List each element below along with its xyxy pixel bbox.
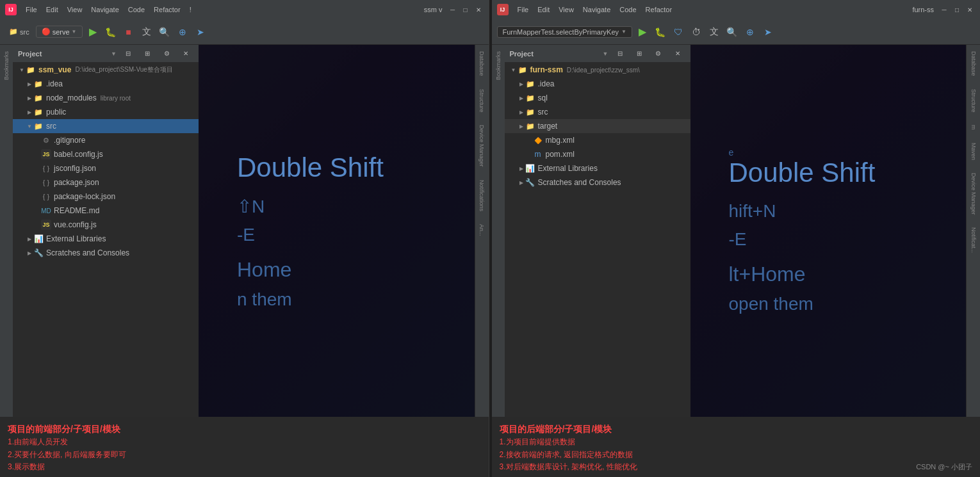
r-tree-scratches[interactable]: 🔧 Scratches and Consoles: [505, 175, 690, 190]
r-menu-navigate[interactable]: Navigate: [579, 4, 614, 15]
r-tree-target[interactable]: 📁 target: [505, 119, 690, 133]
left-editor-area: Double Shift ⇧N -E Home n them: [199, 45, 475, 417]
left-window-title: ssm v: [424, 6, 443, 13]
right-menu-bar: File Edit View Navigate Code Refactor: [514, 4, 676, 15]
r-close-button[interactable]: ✕: [965, 4, 975, 15]
database-tab-left[interactable]: Database: [477, 45, 487, 83]
tree-babel-config[interactable]: JS babel.config.js: [13, 147, 199, 161]
project-settings-btn[interactable]: ⚙: [159, 46, 174, 61]
tree-gitignore[interactable]: ⚙ .gitignore: [13, 133, 199, 147]
right-window-title: furn-ss: [912, 6, 934, 13]
r-tree-sql[interactable]: 📁 sql: [505, 91, 690, 105]
bookmarks-tab[interactable]: Bookmarks: [1, 45, 12, 86]
project-close-btn[interactable]: ✕: [178, 46, 193, 61]
r-expand-all-btn[interactable]: ⊞: [632, 46, 647, 61]
tree-idea[interactable]: 📁 .idea: [13, 77, 199, 91]
device-manager-tab-right[interactable]: Device Manager: [968, 166, 979, 222]
tree-vue-config[interactable]: JS vue.config.js: [13, 218, 199, 232]
r-tree-external-libs[interactable]: 📊 External Libraries: [505, 161, 690, 175]
menu-edit[interactable]: Edit: [42, 4, 62, 15]
r-run-button[interactable]: ▶: [635, 24, 650, 40]
maven-tab-right[interactable]: Maven: [968, 136, 979, 166]
m-tab-right[interactable]: m: [968, 118, 979, 136]
left-annotation-line1: 1.由前端人员开发: [8, 436, 481, 448]
r-menu-view[interactable]: View: [555, 4, 578, 15]
r-project-settings-btn[interactable]: ⚙: [651, 46, 666, 61]
menu-file[interactable]: File: [22, 4, 41, 15]
menu-navigate[interactable]: Navigate: [87, 4, 122, 15]
r-timer-button[interactable]: ⏱: [689, 24, 704, 40]
notifications-tab-left[interactable]: Notifications: [477, 174, 487, 218]
r-project-close-btn[interactable]: ✕: [670, 46, 685, 61]
r-tree-root-furn-ssm[interactable]: 📁 furn-ssm D:\idea_project\zzw_ssm\: [505, 63, 690, 77]
notificat-tab-right[interactable]: Notificat...: [968, 221, 979, 259]
left-annotation: 项目的前端部分/子项目/模块 1.由前端人员开发 2.买要什么数据, 向后端服务…: [0, 417, 489, 477]
structure-tab-left[interactable]: Structure: [477, 83, 487, 119]
r-bookmarks-tab[interactable]: Bookmarks: [493, 45, 503, 86]
r-tree-pom-xml[interactable]: m pom.xml: [505, 147, 690, 161]
maximize-button[interactable]: □: [461, 4, 471, 15]
tree-src[interactable]: 📁 src: [13, 119, 199, 133]
r-menu-refactor[interactable]: Refactor: [642, 4, 676, 15]
tree-package-json[interactable]: { } package.json: [13, 175, 199, 190]
left-annotation-line2: 2.买要什么数据, 向后端服务要即可: [8, 449, 481, 461]
nav-button[interactable]: ⊕: [175, 24, 190, 40]
tree-public[interactable]: 📁 public: [13, 105, 199, 119]
menu-more[interactable]: !: [186, 4, 195, 15]
close-button[interactable]: ✕: [473, 4, 484, 15]
watermark: CSDN @~ 小团子: [916, 462, 972, 472]
stop-button[interactable]: ■: [121, 24, 136, 40]
r-tree-idea[interactable]: 📁 .idea: [505, 77, 690, 91]
tree-jsconfig[interactable]: { } jsconfig.json: [13, 161, 199, 175]
r-minimize-button[interactable]: ─: [939, 4, 949, 15]
right-annotation-line2: 2.接收前端的请求, 返回指定格式的数据: [500, 449, 973, 461]
r-tree-mbg-xml[interactable]: 🔶 mbg.xml: [505, 133, 690, 147]
menu-refactor[interactable]: Refactor: [150, 4, 184, 15]
project-label: Project: [18, 50, 42, 58]
r-nav-button[interactable]: ⊕: [742, 24, 758, 40]
r-search-button[interactable]: 🔍: [724, 24, 740, 40]
left-project-header: Project ▼ ⊟ ⊞ ⚙ ✕: [13, 45, 199, 63]
right-app-logo: IJ: [497, 4, 509, 15]
right-project-panel: Project ▼ ⊟ ⊞ ⚙ ✕ 📁 furn-ssm D:\idea_pro…: [505, 45, 690, 417]
collapse-all-btn[interactable]: ⊟: [120, 46, 136, 61]
menu-code[interactable]: Code: [124, 4, 149, 15]
expand-all-btn[interactable]: ⊞: [140, 46, 155, 61]
tree-root-ssm-vue[interactable]: 📁 ssm_vue D:\idea_project\SSM-Vue整合项目: [13, 63, 199, 77]
search-button[interactable]: 🔍: [157, 24, 172, 40]
tree-node-modules[interactable]: 📁 node_modules library root: [13, 91, 199, 105]
tree-readme[interactable]: MD README.md: [13, 204, 199, 218]
an-tab-left[interactable]: An...: [477, 218, 487, 243]
tree-scratches[interactable]: 🔧 Scratches and Consoles: [13, 246, 199, 260]
device-manager-tab-left[interactable]: Device Manager: [477, 118, 487, 174]
r-menu-edit[interactable]: Edit: [534, 4, 553, 15]
database-tab-right[interactable]: Database: [968, 45, 979, 83]
structure-tab-right[interactable]: Structure: [968, 83, 979, 119]
r-translate-button[interactable]: 文: [706, 24, 722, 40]
right-path-bar[interactable]: FurnMapperTest.selectByPrimaryKey ▼: [497, 26, 632, 38]
r-coverage-button[interactable]: 🛡: [671, 24, 686, 40]
right-toolbar: FurnMapperTest.selectByPrimaryKey ▼ ▶ 🐛 …: [492, 19, 981, 45]
r-arrow-button[interactable]: ➤: [760, 24, 776, 40]
r-tree-src[interactable]: 📁 src: [505, 105, 690, 119]
left-overlay-content: Double Shift ⇧N -E Home n them: [199, 45, 475, 417]
translate-button[interactable]: 文: [139, 24, 154, 40]
debug-button[interactable]: 🐛: [103, 24, 118, 40]
minimize-button[interactable]: ─: [448, 4, 458, 15]
run-config-dropdown[interactable]: 🔴 serve ▼: [36, 26, 83, 38]
tree-external-libs[interactable]: 📊 External Libraries: [13, 232, 199, 246]
left-annotation-title: 项目的前端部分/子项目/模块: [8, 422, 481, 436]
src-breadcrumb[interactable]: 📁 src: [5, 26, 33, 38]
r-debug-button[interactable]: 🐛: [653, 24, 668, 40]
r-menu-code[interactable]: Code: [616, 4, 640, 15]
menu-view[interactable]: View: [63, 4, 86, 15]
r-collapse-all-btn[interactable]: ⊟: [612, 46, 628, 61]
tree-package-lock[interactable]: { } package-lock.json: [13, 190, 199, 204]
right-home: lt+Home: [729, 263, 806, 286]
run-button[interactable]: ▶: [85, 24, 101, 40]
r-maximize-button[interactable]: □: [952, 4, 962, 15]
left-them: n them: [237, 289, 292, 310]
r-menu-file[interactable]: File: [514, 4, 533, 15]
arrow-button[interactable]: ➤: [193, 24, 208, 40]
right-annotation-title: 项目的后端部分/子项目/模块: [500, 422, 973, 436]
